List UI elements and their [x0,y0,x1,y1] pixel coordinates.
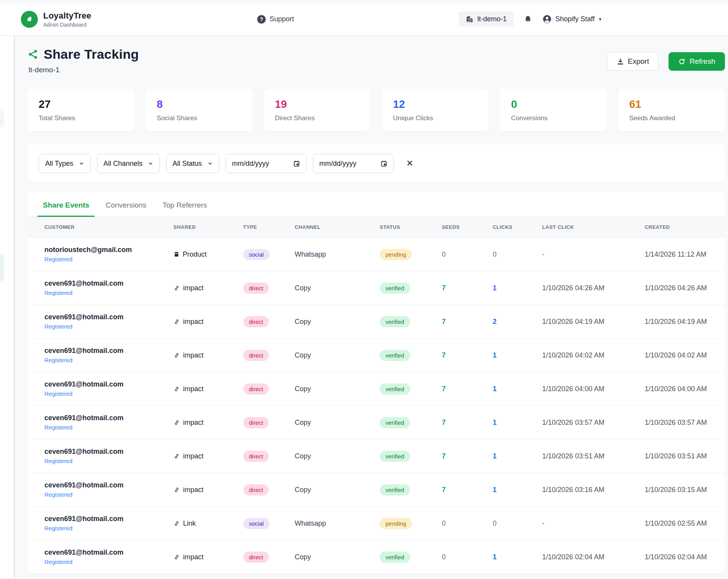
shared-cell: impact [167,271,237,305]
link-icon [173,487,180,493]
type-filter-select[interactable]: All Types [39,154,91,173]
channel-filter-select[interactable]: All Channels [97,154,160,173]
refresh-button[interactable]: Refresh [669,52,725,71]
status-cell: pending [373,238,436,271]
status-badge: verified [380,383,410,395]
status-cell: verified [373,339,436,372]
stat-label: Conversions [511,114,596,122]
customer-email: ceven691@hotmail.com [44,515,161,523]
shared-label: impact [183,284,204,292]
date-from-input[interactable]: mm/dd/yyyy [226,154,307,173]
status-cell: verified [373,540,436,574]
status-badge: verified [380,552,410,563]
last-click-cell: 1/10/2026 04:02 AM [536,339,638,372]
last-click-cell: - [536,507,638,540]
stat-label: Seeds Awarded [629,114,714,122]
customer-email: ceven691@hotmail.com [44,380,161,388]
created-cell: 1/10/2026 03:57 AM [638,406,725,439]
tab-conversions[interactable]: Conversions [100,199,152,217]
last-click-cell: 1/10/2026 03:51 AM [536,439,638,473]
created-cell: 1/10/2026 04:19 AM [638,305,725,339]
table-row: ceven691@hotmail.comRegisteredimpactdire… [28,473,725,507]
registered-link[interactable]: Registered [44,491,73,498]
customer-cell: ceven691@hotmail.comRegistered [28,271,167,305]
created-cell: 1/14/2026 11:12 AM [638,238,725,271]
left-rail [0,36,15,579]
registered-link[interactable]: Registered [44,559,73,565]
link-icon [173,352,180,359]
seeds-value: 7 [442,385,446,393]
col-header-channel: CHANNEL [288,217,373,238]
status-badge: verified [380,316,410,327]
store-badge[interactable]: lt-demo-1 [459,12,514,27]
top-right-cluster: lt-demo-1 Shopify Staff ▾ [459,12,601,27]
status-badge: verified [380,484,410,496]
registered-link[interactable]: Registered [44,290,73,296]
customer-cell: notorioustech@gmail.comRegistered [28,238,167,271]
shared-label: impact [183,351,204,359]
stat-card-seeds-awarded: 61Seeds Awarded [618,89,725,131]
date-to-input[interactable]: mm/dd/yyyy [313,154,394,173]
user-avatar-icon [542,14,552,24]
registered-link[interactable]: Registered [44,525,73,531]
status-filter-select[interactable]: All Status [166,154,219,173]
rail-notch-top [0,109,4,127]
customer-cell: ceven691@hotmail.comRegistered [28,372,167,406]
calendar-icon [293,160,300,167]
support-link[interactable]: ? Support [257,15,294,24]
registered-link[interactable]: Registered [44,357,73,363]
page-title: Share Tracking [44,47,139,62]
customer-email: ceven691@hotmail.com [44,481,161,489]
registered-link[interactable]: Registered [44,424,73,431]
customer-email: notorioustech@gmail.com [44,246,161,254]
table-row: ceven691@hotmail.comRegisteredLinksocial… [28,507,725,540]
customer-cell: ceven691@hotmail.comRegistered [28,540,167,574]
shared-cell: impact [167,372,237,406]
date-to-placeholder: mm/dd/yyyy [319,160,356,168]
date-from-placeholder: mm/dd/yyyy [232,160,269,168]
seeds-cell: 0 [436,540,487,574]
customer-email: ceven691@hotmail.com [44,279,161,288]
clicks-value: 1 [493,284,497,292]
stat-label: Unique Clicks [393,114,478,122]
stat-value: 8 [157,98,242,111]
status-badge: verified [380,283,410,294]
type-cell: social [237,507,289,540]
stat-label: Total Shares [39,114,124,122]
notifications-bell-icon[interactable] [524,15,532,24]
leaf-logo-icon [21,11,38,28]
share-icon [28,49,38,60]
seeds-value: 0 [442,519,446,527]
chevron-down-icon [207,161,213,166]
brand[interactable]: LoyaltyTree Admin Dashboard [21,11,91,28]
type-badge: direct [243,283,269,294]
col-header-seeds: SEEDS [436,217,487,238]
seeds-cell: 7 [436,406,487,439]
registered-link[interactable]: Registered [44,458,73,464]
channel-cell: Whatsapp [288,238,373,271]
support-label: Support [270,15,294,23]
tab-top-referrers[interactable]: Top Referrers [157,199,212,217]
col-header-last-click: LAST CLICK [536,217,638,238]
status-cell: verified [373,305,436,339]
tab-share-events[interactable]: Share Events [37,199,95,217]
table-row: ceven691@hotmail.comRegisteredimpactdire… [28,339,725,372]
shared-label: impact [183,385,204,393]
shared-cell: impact [167,406,237,439]
clear-filters-button[interactable]: ✕ [406,158,413,169]
type-cell: direct [237,305,289,339]
table-row: ceven691@hotmail.comRegisteredimpactdire… [28,372,725,406]
registered-link[interactable]: Registered [44,256,73,262]
export-button[interactable]: Export [607,52,659,71]
seeds-value: 7 [442,419,446,426]
link-icon [173,453,180,460]
registered-link[interactable]: Registered [44,323,73,330]
top-bar: LoyaltyTree Admin Dashboard ? Support lt… [0,3,728,36]
seeds-cell: 0 [436,507,487,540]
user-menu[interactable]: Shopify Staff ▾ [542,14,601,24]
channel-cell: Copy [288,305,373,339]
registered-link[interactable]: Registered [44,390,73,397]
type-badge: direct [243,451,269,462]
channel-cell: Copy [288,540,373,574]
channel-cell: Copy [288,271,373,305]
